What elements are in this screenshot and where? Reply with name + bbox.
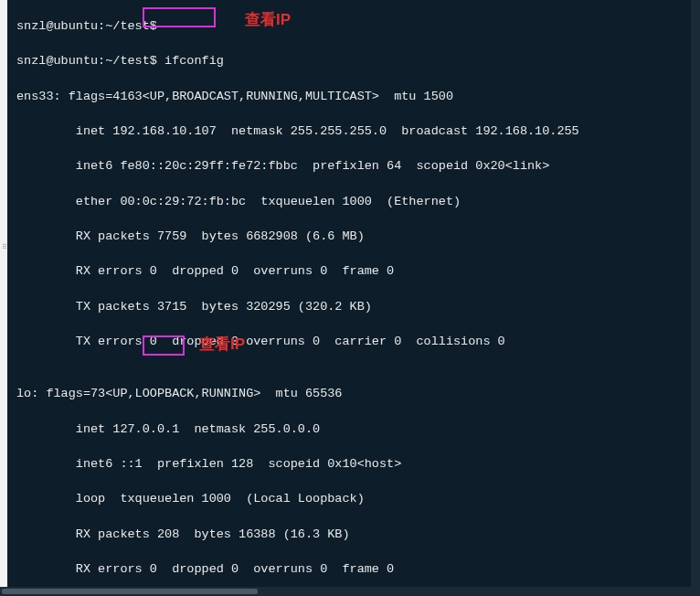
output-line: inet6 fe80::20c:29ff:fe72:fbbc prefixlen… <box>16 157 684 175</box>
output-line: RX errors 0 dropped 0 overruns 0 frame 0 <box>16 560 684 578</box>
output-line: inet6 ::1 prefixlen 128 scopeid 0x10<hos… <box>16 455 684 473</box>
output-line: ens33: flags=4163<UP,BROADCAST,RUNNING,M… <box>16 88 684 105</box>
left-gutter <box>0 0 7 596</box>
output-line: inet 192.168.10.107 netmask 255.255.255.… <box>16 122 684 140</box>
output-line: TX packets 3715 bytes 320295 (320.2 KB) <box>16 298 684 315</box>
output-line: RX packets 7759 bytes 6682908 (6.6 MB) <box>16 228 684 245</box>
prompt: snzl@ubuntu:~/test$ <box>16 54 164 68</box>
horizontal-scrollbar-thumb[interactable] <box>2 589 258 594</box>
output-line: ether 00:0c:29:72:fb:bc txqueuelen 1000 … <box>16 193 684 210</box>
prompt-line: snzl@ubuntu:~/test$ ifconfig <box>16 52 684 69</box>
gutter-dots: ⠿ <box>2 242 7 251</box>
prompt-line: snzl@ubuntu:~/test$ <box>16 17 684 35</box>
output-line: RX packets 208 bytes 16388 (16.3 KB) <box>16 526 684 543</box>
horizontal-scrollbar[interactable] <box>0 587 700 596</box>
output-line: lo: flags=73<UP,LOOPBACK,RUNNING> mtu 65… <box>16 385 684 402</box>
output-line: loop txqueuelen 1000 (Local Loopback) <box>16 490 684 507</box>
output-line: TX errors 0 dropped 0 overruns 0 carrier… <box>16 333 684 350</box>
output-line: RX errors 0 dropped 0 overruns 0 frame 0 <box>16 262 684 280</box>
command-ifconfig: ifconfig <box>164 54 224 68</box>
terminal-output[interactable]: snzl@ubuntu:~/test$ snzl@ubuntu:~/test$ … <box>0 0 700 596</box>
output-line: inet 127.0.0.1 netmask 255.0.0.0 <box>16 420 684 438</box>
vertical-scrollbar[interactable] <box>691 0 700 596</box>
